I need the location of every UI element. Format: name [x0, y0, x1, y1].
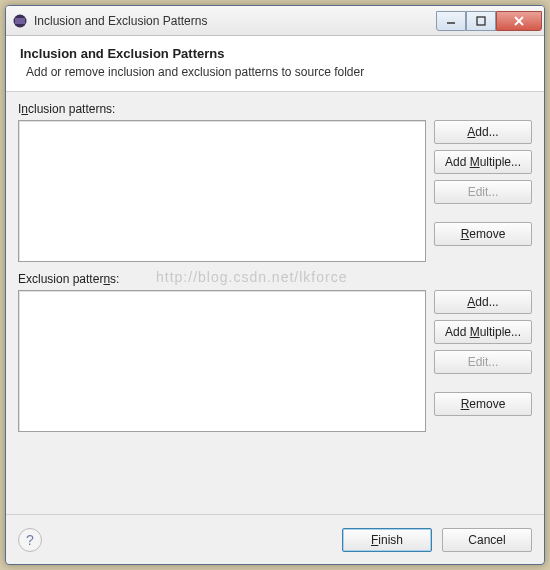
exclusion-listbox[interactable]	[18, 290, 426, 432]
exclusion-buttons: Add... Add Multiple... Edit... Remove	[434, 290, 532, 432]
finish-button[interactable]: Finish	[342, 528, 432, 552]
exclusion-edit-button: Edit...	[434, 350, 532, 374]
inclusion-buttons: Add... Add Multiple... Edit... Remove	[434, 120, 532, 262]
inclusion-edit-button: Edit...	[434, 180, 532, 204]
inclusion-listbox[interactable]	[18, 120, 426, 262]
exclusion-add-button[interactable]: Add...	[434, 290, 532, 314]
close-button[interactable]	[496, 11, 542, 31]
page-subtitle: Add or remove inclusion and exclusion pa…	[20, 65, 530, 79]
window-title: Inclusion and Exclusion Patterns	[34, 14, 436, 28]
inclusion-add-button[interactable]: Add...	[434, 120, 532, 144]
inclusion-label: Inclusion patterns:	[18, 102, 532, 116]
exclusion-remove-button[interactable]: Remove	[434, 392, 532, 416]
titlebar[interactable]: Inclusion and Exclusion Patterns	[6, 6, 544, 36]
cancel-button[interactable]: Cancel	[442, 528, 532, 552]
maximize-button[interactable]	[466, 11, 496, 31]
inclusion-add-multiple-button[interactable]: Add Multiple...	[434, 150, 532, 174]
inclusion-section: Inclusion patterns: Add... Add Multiple.…	[18, 102, 532, 262]
exclusion-label: Exclusion patterns:	[18, 272, 532, 286]
exclusion-section: Exclusion patterns: Add... Add Multiple.…	[18, 272, 532, 432]
svg-rect-2	[477, 17, 485, 25]
help-icon[interactable]: ?	[18, 528, 42, 552]
inclusion-remove-button[interactable]: Remove	[434, 222, 532, 246]
page-title: Inclusion and Exclusion Patterns	[20, 46, 530, 61]
dialog-footer: ? Finish Cancel	[6, 514, 544, 564]
dialog-window: Inclusion and Exclusion Patterns Inclusi…	[5, 5, 545, 565]
minimize-button[interactable]	[436, 11, 466, 31]
eclipse-icon	[12, 13, 28, 29]
dialog-header: Inclusion and Exclusion Patterns Add or …	[6, 36, 544, 92]
window-controls	[436, 11, 542, 31]
exclusion-add-multiple-button[interactable]: Add Multiple...	[434, 320, 532, 344]
dialog-content: Inclusion patterns: Add... Add Multiple.…	[6, 92, 544, 514]
